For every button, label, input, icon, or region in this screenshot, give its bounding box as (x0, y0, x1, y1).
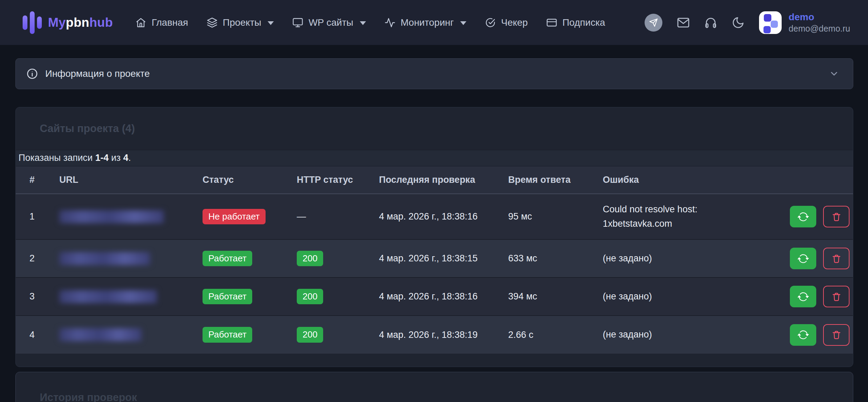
http-status-badge: 200 (297, 289, 323, 305)
user-email: demo@demo.ru (788, 23, 850, 34)
col-header-http: HTTP статус (293, 166, 375, 194)
http-status-badge: 200 (297, 251, 323, 267)
nav-item-label: Чекер (501, 17, 528, 28)
chevron-down-icon[interactable] (829, 69, 839, 79)
response-time: 95 мс (504, 194, 599, 239)
recheck-button[interactable] (790, 248, 816, 269)
sites-card: Сайты проекта (4) Показаны записи 1-4 из… (15, 107, 853, 367)
navbar: Mypbnhub Главная Проекты WP сайты (0, 0, 868, 45)
refresh-icon (797, 253, 809, 264)
credit-card-icon (546, 17, 557, 28)
error-text: (не задано) (603, 328, 765, 342)
sites-card-title: Сайты проекта (4) (16, 107, 853, 135)
table-row: 3 Работает 200 4 мар. 2026 г., 18:38:16 … (16, 277, 853, 316)
history-card: История проверок (15, 372, 853, 402)
layers-icon (207, 17, 218, 28)
table-row: 4 Работает 200 4 мар. 2026 г., 18:38:19 … (16, 316, 853, 354)
col-header-num: # (16, 166, 55, 194)
telegram-button[interactable] (645, 14, 662, 32)
nav-item-checker[interactable]: Чекер (485, 17, 528, 28)
recheck-button[interactable] (790, 286, 816, 307)
trash-icon (831, 292, 842, 302)
user-menu[interactable]: demo demo@demo.ru (759, 11, 850, 34)
chevron-down-icon (460, 21, 466, 25)
support-button[interactable] (704, 16, 717, 29)
status-badge: Работает (203, 251, 252, 267)
url-cell (55, 239, 198, 277)
nav-item-home[interactable]: Главная (135, 17, 188, 28)
row-number: 1 (16, 194, 55, 239)
delete-button[interactable] (823, 324, 849, 346)
url-blurred (59, 252, 150, 265)
check-circle-icon (485, 17, 496, 28)
trash-icon (831, 253, 842, 264)
last-check: 4 мар. 2026 г., 18:38:15 (375, 239, 504, 277)
brand-logo[interactable]: Mypbnhub (23, 11, 113, 35)
chevron-down-icon (268, 21, 274, 25)
project-info-collapse[interactable]: Информация о проекте (15, 58, 853, 89)
error-text: Could not resolve host: 1xbetstavka.com (603, 202, 765, 231)
user-name: demo (788, 11, 850, 23)
nav-menu: Главная Проекты WP сайты Мониторинг (135, 17, 605, 28)
col-header-url: URL (55, 166, 198, 194)
url-cell (55, 277, 198, 316)
refresh-icon (797, 211, 809, 223)
mail-button[interactable] (677, 16, 690, 29)
status-badge: Не работает (203, 209, 266, 225)
home-icon (135, 17, 146, 28)
delete-button[interactable] (823, 286, 849, 307)
nav-item-label: WP сайты (308, 17, 353, 28)
recheck-button[interactable] (790, 206, 816, 227)
nav-item-projects[interactable]: Проекты (207, 17, 274, 28)
row-number: 2 (16, 239, 55, 277)
nav-item-wp-sites[interactable]: WP сайты (292, 17, 366, 28)
delete-button[interactable] (823, 248, 849, 269)
col-header-last-check: Последняя проверка (375, 166, 504, 194)
nav-item-monitoring[interactable]: Мониторинг (384, 17, 466, 28)
headphones-icon (704, 16, 717, 29)
table-summary: Показаны записи 1-4 из 4. (16, 150, 853, 166)
col-header-actions (769, 166, 853, 194)
col-header-status: Статус (198, 166, 293, 194)
recheck-button[interactable] (790, 324, 816, 346)
status-badge: Работает (203, 289, 252, 305)
trash-icon (831, 330, 842, 340)
nav-item-subscription[interactable]: Подписка (546, 17, 605, 28)
brand-title: Mypbnhub (48, 15, 113, 30)
project-info-title: Информация о проекте (45, 68, 150, 79)
brand-bars-icon (23, 11, 42, 35)
error-text: (не задано) (603, 289, 765, 304)
history-card-title: История проверок (40, 391, 853, 402)
trash-icon (831, 212, 842, 222)
response-time: 2.66 с (504, 316, 599, 354)
theme-toggle-button[interactable] (732, 16, 745, 29)
moon-icon (732, 16, 745, 29)
url-cell (55, 316, 198, 354)
delete-button[interactable] (823, 206, 849, 227)
monitor-icon (292, 17, 303, 28)
nav-item-label: Проекты (223, 17, 261, 28)
refresh-icon (797, 291, 809, 303)
url-cell (55, 194, 198, 239)
http-status: — (293, 194, 375, 239)
table-row: 1 Не работает — 4 мар. 2026 г., 18:38:16… (16, 194, 853, 239)
col-header-error: Ошибка (599, 166, 769, 194)
sites-table: # URL Статус HTTP статус Последняя прове… (16, 166, 853, 354)
last-check: 4 мар. 2026 г., 18:38:16 (375, 194, 504, 239)
col-header-response-time: Время ответа (504, 166, 599, 194)
activity-icon (384, 17, 395, 28)
chevron-down-icon (360, 21, 366, 25)
mail-icon (677, 16, 690, 29)
row-number: 4 (16, 316, 55, 354)
url-blurred (59, 328, 142, 341)
telegram-icon (649, 18, 658, 27)
user-info: demo demo@demo.ru (788, 11, 850, 34)
response-time: 633 мс (504, 239, 599, 277)
table-row: 2 Работает 200 4 мар. 2026 г., 18:38:15 … (16, 239, 853, 277)
info-icon (26, 68, 38, 80)
response-time: 394 мс (504, 277, 599, 316)
error-text: (не задано) (603, 251, 765, 266)
nav-item-label: Главная (151, 17, 188, 28)
refresh-icon (797, 329, 809, 341)
nav-item-label: Подписка (562, 17, 605, 28)
